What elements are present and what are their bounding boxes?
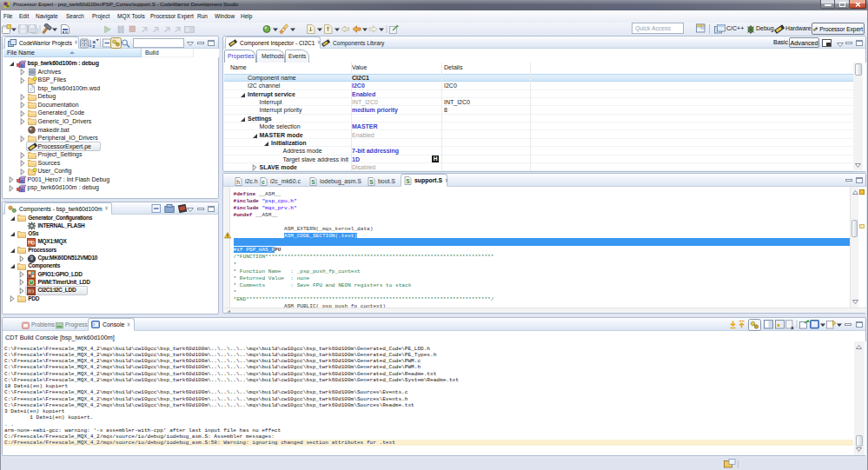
svg-text:×: × bbox=[791, 325, 794, 331]
svg-text:z: z bbox=[93, 43, 96, 49]
svg-text:h: h bbox=[236, 179, 240, 185]
svg-text:S: S bbox=[311, 179, 315, 185]
svg-text:S: S bbox=[369, 179, 374, 185]
svg-text:c: c bbox=[262, 179, 265, 185]
svg-text:S: S bbox=[406, 178, 410, 184]
